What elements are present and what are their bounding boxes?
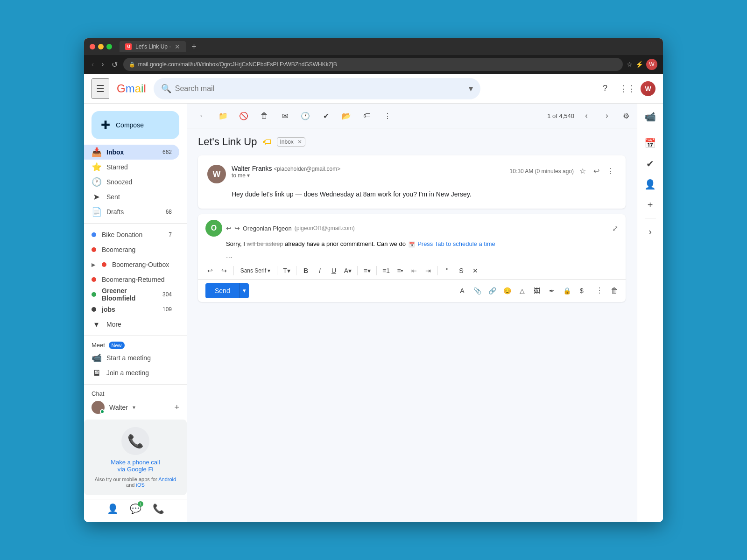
sidebar-item-sent[interactable]: ➤ Sent — [84, 189, 179, 204]
bookmark-icon[interactable]: ☆ — [627, 61, 633, 68]
reply-expand-icon[interactable]: ⤢ — [612, 224, 618, 233]
more-message-button[interactable]: ⋮ — [605, 165, 616, 177]
sidebar-item-more[interactable]: ▾ More — [84, 317, 179, 332]
indent-more-button[interactable]: ⇥ — [422, 264, 435, 277]
back-button[interactable]: ‹ — [90, 58, 96, 70]
quote-button[interactable]: " — [441, 264, 454, 277]
compose-button[interactable]: ✚ Compose — [92, 111, 179, 139]
indent-less-button[interactable]: ⇤ — [408, 264, 421, 277]
sidebar-item-snoozed[interactable]: 🕐 Snoozed — [84, 175, 179, 189]
sidebar-item-starred[interactable]: ⭐ Starred — [84, 160, 179, 175]
add-account-icon[interactable]: 👤 — [107, 503, 119, 514]
forward-button[interactable]: › — [99, 58, 106, 70]
tab-close-button[interactable]: ✕ — [175, 43, 180, 50]
format-text-icon[interactable]: A — [456, 284, 469, 297]
schedule-time-link[interactable]: Press Tab to schedule a time — [417, 240, 495, 247]
sidebar-item-start-meeting[interactable]: 📹 Start a meeting — [84, 350, 179, 365]
redo-button[interactable]: ↪ — [218, 264, 231, 277]
search-input[interactable] — [175, 84, 465, 93]
sidebar-item-inbox[interactable]: 📥 Inbox 662 — [84, 145, 179, 160]
right-sidebar-meet-button[interactable]: 📹 — [641, 107, 660, 126]
close-dot[interactable] — [90, 44, 95, 49]
search-filter-dropdown[interactable]: ▾ — [469, 84, 473, 94]
mark-unread-button[interactable]: ✉ — [276, 107, 293, 124]
send-more-options-button[interactable]: ⋮ — [596, 286, 603, 295]
ios-link[interactable]: iOS — [136, 482, 145, 488]
phone-icon-bottom[interactable]: 📞 — [153, 503, 164, 514]
extensions-icon[interactable]: ⚡ — [635, 61, 643, 68]
discard-draft-button[interactable]: 🗑 — [611, 287, 618, 295]
reply-body[interactable]: Sorry, I will be asleep already have a p… — [198, 237, 626, 252]
font-family-button[interactable]: Sans Serif ▾ — [237, 264, 274, 277]
phone-call-link[interactable]: Make a phone call via Google Fi — [92, 459, 179, 473]
chat-bubble-icon[interactable]: 💬 1 — [130, 503, 141, 514]
tasks-button[interactable]: ✔ — [317, 107, 334, 124]
right-sidebar-expand-button[interactable]: › — [641, 222, 660, 241]
sidebar-item-join-meeting[interactable]: 🖥 Join a meeting — [84, 365, 179, 380]
star-message-button[interactable]: ☆ — [578, 165, 588, 177]
browser-profile-avatar[interactable]: W — [646, 59, 657, 70]
reload-button[interactable]: ↺ — [110, 58, 120, 71]
send-dropdown-button[interactable]: ▾ — [240, 283, 249, 298]
sidebar-item-jobs[interactable]: jobs 109 — [84, 302, 179, 317]
insert-money-icon[interactable]: $ — [575, 284, 588, 297]
snooze-button[interactable]: 🕐 — [297, 107, 314, 124]
chat-add-button[interactable]: + — [174, 403, 179, 413]
archive-button[interactable]: 📁 — [215, 107, 232, 124]
android-link[interactable]: Android — [158, 476, 176, 482]
new-tab-button[interactable]: + — [191, 42, 197, 52]
underline-button[interactable]: U — [327, 264, 340, 277]
strikethrough-button[interactable]: S — [455, 264, 468, 277]
right-sidebar-contacts-button[interactable]: 👤 — [641, 175, 660, 194]
right-sidebar-calendar-button[interactable]: 📅 — [641, 134, 660, 153]
labels-button[interactable]: 🏷 — [359, 107, 375, 124]
move-to-button[interactable]: 📂 — [338, 107, 355, 124]
italic-button[interactable]: I — [313, 264, 326, 277]
hamburger-menu-button[interactable]: ☰ — [92, 78, 109, 99]
apps-button[interactable]: ⋮⋮ — [618, 79, 637, 98]
settings-icon[interactable]: ⚙ — [623, 112, 629, 120]
more-options-button[interactable]: ⋮ — [379, 107, 396, 124]
report-spam-button[interactable]: 🚫 — [235, 107, 252, 124]
font-size-button[interactable]: T▾ — [280, 264, 293, 277]
sidebar-item-bike-donation[interactable]: Bike Donation 7 — [84, 227, 179, 242]
insert-emoji-icon[interactable]: 😊 — [500, 284, 514, 297]
insert-link-icon[interactable]: 🔗 — [486, 284, 499, 297]
browser-tab[interactable]: M Let's Link Up - ✕ — [120, 41, 186, 52]
send-button[interactable]: Send — [205, 283, 240, 298]
reply-message-button[interactable]: ↩ — [592, 165, 601, 177]
insert-signature-icon[interactable]: ✒ — [545, 284, 558, 297]
user-avatar[interactable]: W — [641, 81, 655, 96]
url-bar[interactable]: 🔒 mail.google.com/mail/u/0/#inbox/QgrcJH… — [123, 58, 623, 71]
maximize-dot[interactable] — [106, 44, 112, 49]
right-sidebar-tasks-button[interactable]: ✔ — [641, 154, 660, 173]
sidebar-item-greener-bloomfield[interactable]: Greener Bloomfield 304 — [84, 287, 179, 302]
sidebar-item-boomerang[interactable]: Boomerang — [84, 242, 179, 257]
chat-user-walter[interactable]: Walter ▾ + — [84, 399, 187, 416]
unordered-list-button[interactable]: ≡• — [394, 264, 407, 277]
ordered-list-button[interactable]: ≡1 — [380, 264, 393, 277]
right-sidebar-add-button[interactable]: + — [641, 196, 660, 214]
attach-file-icon[interactable]: 📎 — [471, 284, 484, 297]
back-to-inbox-button[interactable]: ← — [194, 107, 211, 124]
undo-button[interactable]: ↩ — [204, 264, 217, 277]
to-me-indicator[interactable]: to me ▾ — [232, 172, 504, 179]
bold-button[interactable]: B — [299, 264, 312, 277]
insert-confidential-icon[interactable]: 🔒 — [560, 284, 573, 297]
insert-drive-icon[interactable]: △ — [515, 284, 529, 297]
help-button[interactable]: ? — [596, 79, 614, 98]
sidebar-item-drafts[interactable]: 📄 Drafts 68 — [84, 204, 179, 219]
remove-format-button[interactable]: ✕ — [469, 264, 482, 277]
inbox-tag-remove-button[interactable]: ✕ — [297, 139, 302, 145]
align-button[interactable]: ≡▾ — [360, 264, 374, 277]
minimize-dot[interactable] — [98, 44, 104, 49]
insert-photo-icon[interactable]: 🖼 — [530, 284, 543, 297]
search-bar[interactable]: 🔍 ▾ — [154, 78, 480, 99]
delete-button[interactable]: 🗑 — [256, 107, 273, 124]
prev-email-button[interactable]: ‹ — [578, 107, 595, 124]
sidebar-item-boomerang-returned[interactable]: Boomerang-Returned — [84, 272, 179, 287]
text-color-button[interactable]: A▾ — [341, 264, 354, 277]
next-email-button[interactable]: › — [599, 107, 615, 124]
sidebar-item-boomerang-outbox[interactable]: ▶ Boomerang-Outbox — [84, 257, 179, 272]
reply-ellipsis[interactable]: ... — [198, 252, 626, 262]
